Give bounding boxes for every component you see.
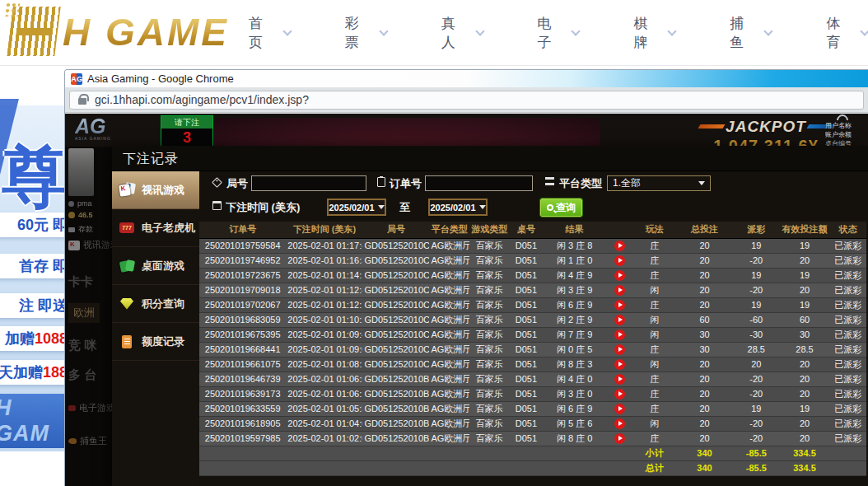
sidebar-item-4[interactable]: 额度记录 [112, 323, 199, 361]
order-number-input[interactable] [425, 175, 533, 191]
cell-round-number: GD051252010CF [362, 238, 429, 253]
play-video-icon[interactable] [614, 433, 625, 444]
nav-item-2[interactable]: 真人 [441, 14, 483, 52]
cell-game-type: 百家乐 [469, 342, 510, 357]
summary-empty-cell [469, 446, 510, 460]
cell-play-type: 庄 [632, 268, 676, 283]
nav-item-1[interactable]: 彩票 [345, 14, 387, 52]
chevron-down-icon [764, 26, 773, 35]
hh-logo-bars-icon [7, 7, 60, 56]
summary-empty-cell [286, 460, 362, 475]
cell-play-type: 闲 [632, 357, 676, 372]
cell-table-number: D051 [510, 312, 544, 327]
play-video-icon[interactable] [614, 300, 625, 311]
play-video-icon[interactable] [614, 374, 625, 385]
date-from-value: 2025/02/01 [329, 203, 374, 213]
play-video-icon[interactable] [614, 359, 625, 370]
date-to-picker[interactable]: 2025/02/01 [428, 199, 488, 216]
cell-platform: AG欧洲厅 [429, 431, 469, 446]
platform-type-select[interactable]: 1.全部 [607, 175, 711, 191]
nav-item-6[interactable]: 体育 [826, 14, 868, 52]
play-video-icon[interactable] [614, 418, 625, 429]
cell-round-number: GD051252010C7 [362, 297, 429, 312]
nav-item-label: 棋牌 [633, 14, 661, 52]
lobby-hall-tab[interactable]: 竞 咪 [68, 338, 96, 353]
cell-order-number: 250201019723675 [199, 268, 286, 283]
cell-platform: AG欧洲厅 [429, 372, 469, 386]
deposit-link[interactable]: 存款 [68, 224, 93, 235]
summary-empty-cell [606, 460, 632, 475]
play-video-icon[interactable] [614, 344, 625, 355]
lobby-item-video[interactable]: 视讯游戏 [68, 239, 112, 251]
date-from-picker[interactable]: 2025/02/01 [327, 199, 386, 216]
lobby-hall-tab[interactable]: 卡卡 [68, 274, 93, 290]
modal-content: 局号 订单号 平台类型 1.全部 下注时间 (美东) [199, 171, 868, 486]
cell-replay [606, 253, 632, 268]
column-header: 玩法 [632, 222, 676, 238]
summary-valid-bet: 334.5 [780, 446, 830, 460]
cell-result: 闲 8 庄 3 [543, 357, 606, 372]
jackpot-banner: JACKPOT 1,047,311.6¥ [693, 118, 839, 147]
cell-platform: AG欧洲厅 [429, 416, 469, 431]
status-badge: 已派彩 [829, 238, 866, 253]
cell-round-number: GD051252010BS [362, 431, 429, 446]
status-badge: 已派彩 [829, 416, 866, 431]
play-video-icon[interactable] [614, 270, 625, 281]
nav-item-label: 真人 [441, 14, 469, 52]
summary-payout: -85.5 [733, 446, 780, 460]
play-video-icon[interactable] [614, 404, 625, 414]
order-label: 订单号 [390, 176, 422, 191]
play-video-icon[interactable] [614, 389, 625, 400]
nav-item-0[interactable]: 首页 [249, 14, 291, 52]
column-header: 有效投注额 [780, 222, 830, 238]
cell-game-type: 百家乐 [469, 327, 510, 342]
cell-play-type: 庄 [632, 386, 676, 401]
cell-result: 闲 4 庄 9 [543, 268, 606, 283]
sidebar-item-1[interactable]: 电子老虎机 [112, 209, 199, 247]
lobby-hall-tab[interactable]: 多 台 [68, 367, 96, 383]
play-video-icon[interactable] [614, 241, 625, 251]
lobby-item-slots[interactable]: 电子游戏 [68, 402, 112, 414]
play-video-icon[interactable] [614, 329, 625, 340]
summary-empty-cell [199, 460, 286, 475]
platform-type-value: 1.全部 [613, 176, 641, 190]
play-video-icon[interactable] [614, 255, 625, 266]
cell-play-type: 庄 [632, 431, 676, 446]
nav-item-5[interactable]: 捕鱼 [730, 14, 772, 52]
cell-table-number: D051 [510, 386, 544, 401]
summary-empty-cell [429, 446, 469, 460]
cell-valid-bet: 20 [780, 416, 830, 431]
lock-icon[interactable] [78, 98, 86, 105]
bet-prompt: 请下注 [161, 116, 212, 129]
cell-order-number: 250201019702067 [199, 297, 286, 312]
promo-bar-text: 首存 即 [19, 256, 64, 276]
site-logo[interactable]: H GAME [10, 7, 229, 56]
cell-order-number: 250201019683059 [199, 312, 286, 327]
cell-platform: AG欧洲厅 [429, 342, 469, 357]
sidebar-item-2[interactable]: 桌面游戏 [112, 247, 199, 285]
cell-platform: AG欧洲厅 [429, 327, 469, 342]
cell-round-number: GD051252010BV [362, 416, 429, 431]
round-number-input[interactable] [251, 175, 366, 191]
cell-total-bet: 20 [676, 283, 733, 297]
play-video-icon[interactable] [614, 315, 625, 325]
cell-platform: AG欧洲厅 [429, 268, 469, 283]
status-badge: 已派彩 [829, 253, 866, 268]
lobby-item-fishing[interactable]: 捕鱼王 [68, 435, 107, 447]
cell-play-type: 庄 [632, 372, 676, 386]
address-bar[interactable]: gci.1hhapi.com/agingame/pcv1/index.jsp? [69, 91, 864, 110]
window-title: Asia Gaming - Google Chrome [87, 72, 234, 85]
cell-result: 闲 8 庄 0 [543, 431, 606, 446]
summary-empty-cell [543, 460, 606, 475]
nav-item-4[interactable]: 棋牌 [633, 14, 675, 52]
table-row: 2502010196391732025-02-01 01:06:14GD0512… [199, 386, 866, 401]
lobby-hall-tab-active[interactable]: 欧洲 [68, 303, 100, 323]
search-button[interactable]: 查询 [540, 199, 582, 217]
sidebar-item-3[interactable]: 积分查询 [112, 285, 199, 323]
cell-bet-time: 2025-02-01 01:06:14 [286, 386, 362, 401]
play-video-icon[interactable] [614, 285, 625, 296]
cell-valid-bet: 19 [780, 238, 830, 253]
sidebar-item-0[interactable]: 视讯游戏 [112, 171, 199, 209]
browser-titlebar[interactable]: AG Asia Gaming - Google Chrome [65, 70, 868, 87]
nav-item-3[interactable]: 电子 [538, 14, 580, 52]
